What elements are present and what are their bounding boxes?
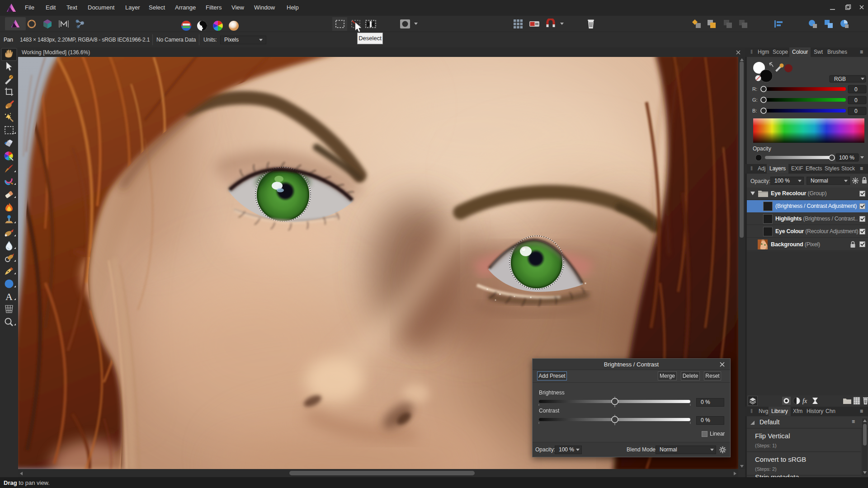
svg-text:0: 0 xyxy=(854,97,858,103)
svg-text:A: A xyxy=(5,291,13,302)
svg-text:0: 0 xyxy=(854,108,858,114)
svg-text:0: 0 xyxy=(854,86,858,93)
svg-text:100 %: 100 % xyxy=(839,155,854,161)
svg-text:Opacity: Opacity xyxy=(753,145,771,152)
svg-text:G:: G: xyxy=(752,97,758,103)
svg-text:B:: B: xyxy=(752,108,757,113)
svg-text:R:: R: xyxy=(752,86,757,92)
svg-text:fx: fx xyxy=(802,398,807,404)
svg-text:RGB: RGB xyxy=(834,76,846,82)
